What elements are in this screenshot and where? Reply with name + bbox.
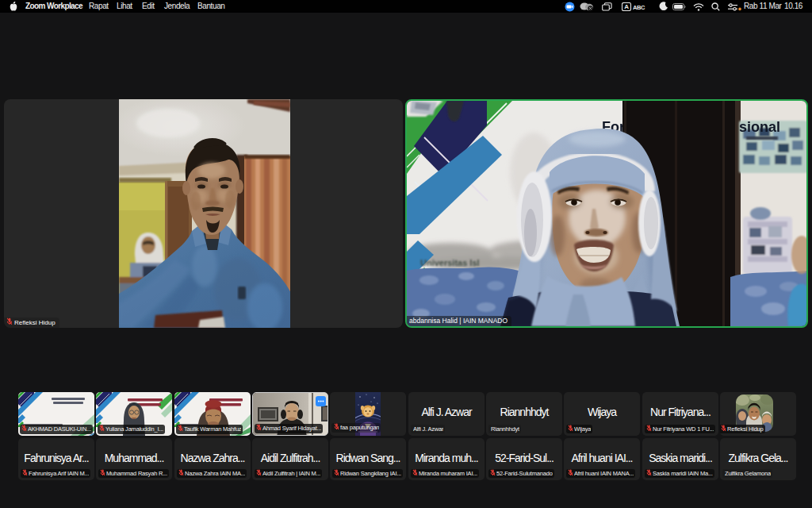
svg-text:sional: sional bbox=[739, 119, 780, 135]
svg-text:Universitas Isl: Universitas Isl bbox=[420, 258, 480, 267]
svg-text:A: A bbox=[624, 3, 629, 10]
svg-text:ABC: ABC bbox=[633, 3, 645, 10]
